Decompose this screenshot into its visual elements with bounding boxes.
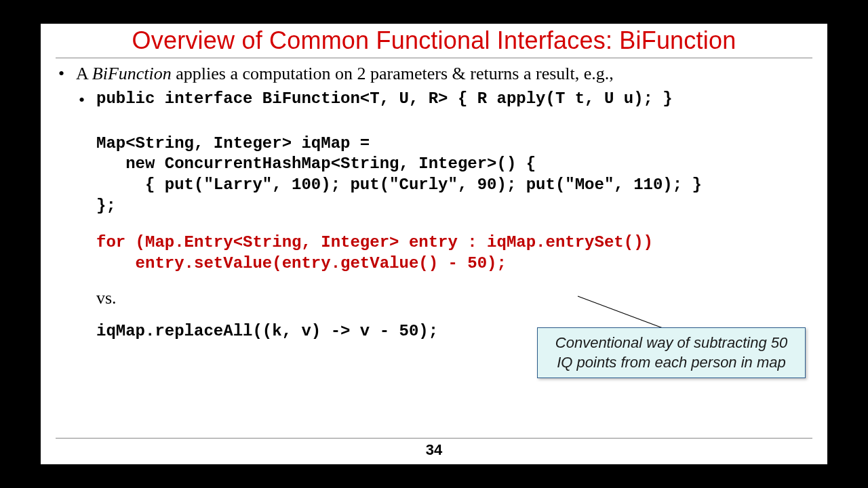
slide: Overview of Common Functional Interfaces… — [41, 24, 827, 464]
bullet-dot: • — [79, 89, 96, 111]
text-suffix: applies a computation on 2 parameters & … — [172, 64, 614, 83]
slide-title: Overview of Common Functional Interfaces… — [56, 26, 812, 58]
callout-box: Conventional way of subtracting 50 IQ po… — [537, 327, 806, 378]
bullet-level-2: • public interface BiFunction<T, U, R> {… — [58, 89, 812, 111]
code-map-init: Map<String, Integer> iqMap = new Concurr… — [58, 134, 812, 217]
code-for-loop: for (Map.Entry<String, Integer> entry : … — [58, 232, 812, 274]
bullet-text: A BiFunction applies a computation on 2 … — [76, 62, 614, 85]
bullet-level-1: • A BiFunction applies a computation on … — [58, 62, 812, 85]
interface-declaration: public interface BiFunction<T, U, R> { R… — [96, 89, 673, 111]
bullet-dot: • — [58, 62, 76, 85]
vs-label: vs. — [58, 287, 812, 309]
slide-body: • A BiFunction applies a computation on … — [56, 62, 812, 342]
page-number: 34 — [56, 438, 812, 459]
text-prefix: A — [76, 64, 92, 83]
text-emphasis: BiFunction — [92, 64, 172, 83]
